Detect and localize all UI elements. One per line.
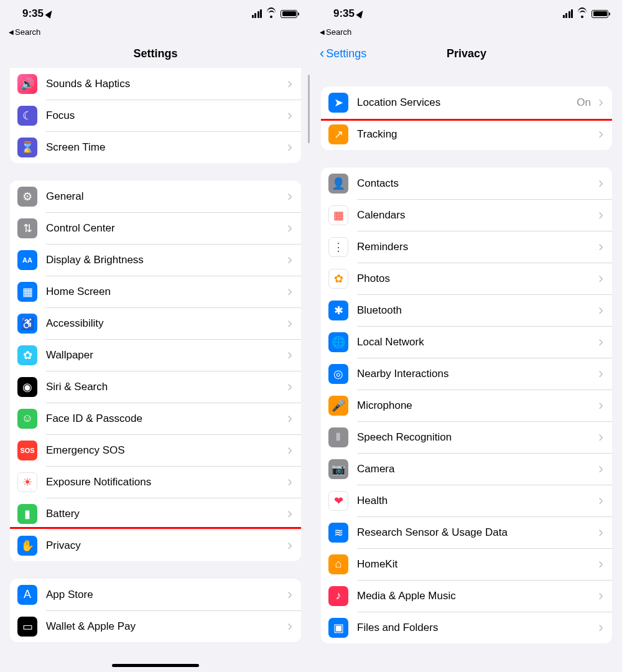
row-hourglass[interactable]: ⌛Screen Time [10,131,301,163]
hourglass-icon: ⌛ [17,138,37,157]
row-bluetooth[interactable]: ✱Bluetooth [321,294,612,326]
row-mic[interactable]: 🎤Microphone [321,390,612,421]
row-label: Tracking [357,128,605,141]
row-label: Wallet & Apple Pay [46,620,294,633]
row-hand[interactable]: ✋Privacy [10,530,301,561]
home-indicator[interactable] [112,664,199,667]
row-camera[interactable]: 📷Camera [321,453,612,485]
breadcrumb-back[interactable]: ◀ Search [0,27,311,39]
privacy-pane: 9:35 ◀ Search ‹ Settings Privacy ➤Locati… [311,0,622,672]
grid-icon: ▦ [17,282,37,302]
accessibility-icon: ♿ [17,314,37,334]
health-icon: ❤ [328,491,348,511]
row-label: Screen Time [46,141,294,154]
row-label: Privacy [46,539,294,552]
tracking-icon: ↗ [328,124,348,144]
wifi-icon [577,9,588,18]
row-home[interactable]: ⌂HomeKit [321,548,612,580]
row-label: Face ID & Passcode [46,413,294,425]
row-reminders[interactable]: ⋮Reminders [321,231,612,263]
scrollbar-thumb[interactable] [308,75,310,143]
back-label: Search [15,27,40,37]
row-label: Research Sensor & Usage Data [357,526,605,539]
row-label: Accessibility [46,317,294,330]
page-title: Privacy [447,47,486,60]
row-gear[interactable]: ⚙General [10,180,301,212]
breadcrumb-back[interactable]: ◀ Search [311,27,622,39]
location-icon: ➤ [328,93,348,113]
status-time: 9:35 [22,7,44,20]
page-title: Settings [133,47,177,60]
aa-icon: AA [17,250,37,270]
nav-back-button[interactable]: ‹ Settings [320,45,366,62]
row-aa[interactable]: AADisplay & Brightness [10,244,301,276]
nearby-icon: ◎ [328,364,348,384]
speaker-icon: 🔊 [17,74,37,94]
nav-bar: ‹ Settings Privacy [311,39,622,68]
row-speech[interactable]: ⦀Speech Recognition [321,421,612,453]
calendar-icon: ▦ [328,205,348,225]
folder-icon: ▣ [328,618,348,638]
row-label: Health [357,495,605,507]
wallet-icon: ▭ [17,617,37,637]
battery-icon [281,10,297,18]
row-label: Nearby Interactions [357,368,605,380]
sos-icon: SOS [17,441,37,460]
row-location[interactable]: ➤Location ServicesOn [321,86,612,118]
row-label: Contacts [357,177,605,190]
switches-icon: ⇅ [17,218,37,238]
wifi-icon [266,9,277,18]
status-bar: 9:35 [0,0,311,27]
hand-icon: ✋ [17,536,37,556]
row-label: Focus [46,110,294,122]
flower-icon: ✿ [17,345,37,365]
row-label: Files and Folders [357,622,605,634]
row-exposure[interactable]: ☀Exposure Notifications [10,466,301,498]
speech-icon: ⦀ [328,427,348,447]
row-globe[interactable]: 🌐Local Network [321,326,612,358]
back-caret-icon: ◀ [320,29,325,35]
siri-icon: ◉ [17,377,37,397]
chevron-left-icon: ‹ [320,45,324,62]
row-label: Reminders [357,241,605,253]
row-appstore[interactable]: AApp Store [10,579,301,610]
row-nearby[interactable]: ◎Nearby Interactions [321,358,612,390]
row-tracking[interactable]: ↗Tracking [321,118,612,150]
reminders-icon: ⋮ [328,237,348,257]
music-icon: ♪ [328,586,348,606]
status-time: 9:35 [333,7,355,20]
row-folder[interactable]: ▣Files and Folders [321,612,612,643]
nav-back-label: Settings [326,47,366,60]
research-icon: ≋ [328,523,348,543]
status-bar: 9:35 [311,0,622,27]
row-wallet[interactable]: ▭Wallet & Apple Pay [10,610,301,642]
row-label: Calendars [357,209,605,222]
row-switches[interactable]: ⇅Control Center [10,212,301,244]
row-label: Display & Brightness [46,254,294,266]
row-siri[interactable]: ◉Siri & Search [10,371,301,403]
row-faceid[interactable]: ☺Face ID & Passcode [10,403,301,434]
row-research[interactable]: ≋Research Sensor & Usage Data [321,516,612,548]
row-calendar[interactable]: ▦Calendars [321,199,612,231]
row-photos[interactable]: ✿Photos [321,263,612,294]
location-indicator-icon [356,9,365,19]
row-accessibility[interactable]: ♿Accessibility [10,307,301,339]
photos-icon: ✿ [328,269,348,289]
row-health[interactable]: ❤Health [321,485,612,516]
appstore-icon: A [17,585,37,605]
exposure-icon: ☀ [17,472,37,492]
row-label: Photos [357,273,605,285]
row-grid[interactable]: ▦Home Screen [10,276,301,307]
row-battery[interactable]: ▮Battery [10,498,301,530]
row-label: Sounds & Haptics [46,78,294,90]
row-sos[interactable]: SOSEmergency SOS [10,434,301,466]
row-flower[interactable]: ✿Wallpaper [10,339,301,371]
row-music[interactable]: ♪Media & Apple Music [321,580,612,612]
row-speaker[interactable]: 🔊Sounds & Haptics [10,68,301,100]
settings-content: 🔊Sounds & Haptics☾Focus⌛Screen Time ⚙Gen… [0,68,311,672]
row-contacts[interactable]: 👤Contacts [321,167,612,199]
row-moon[interactable]: ☾Focus [10,100,301,131]
status-right [563,9,609,18]
row-label: Exposure Notifications [46,476,294,488]
bluetooth-icon: ✱ [328,301,348,320]
